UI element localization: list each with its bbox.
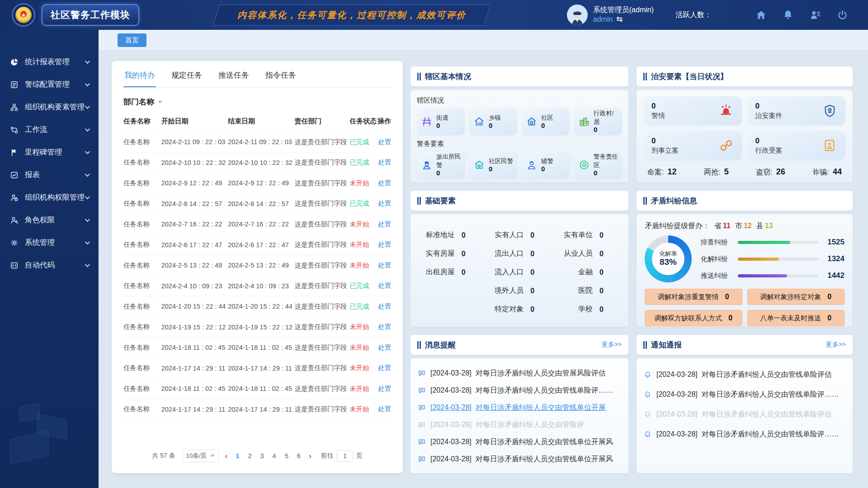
sidebar-item-org-permissions[interactable]: 组织机构权限管理 [0,186,99,209]
switch-user-icon[interactable]: ⇆ [616,14,623,24]
end-date-cell: 2024-2-8 14 : 22 : 57 [228,200,295,207]
dispute-stat-box: 八单一表未及时推送0 [747,310,845,326]
page-number[interactable]: 2 [245,452,254,460]
dispose-link[interactable]: 处置 [378,282,391,289]
users-icon[interactable] [809,9,821,21]
sidebar-item-statistics-report[interactable]: 统计报表管理 [0,51,99,73]
comment-icon [418,386,426,394]
basic-stat-row: 特定对象0 [493,300,546,319]
security-stat: 两抢:5 [704,167,728,177]
prev-page-button[interactable]: ‹ [223,452,229,460]
username[interactable]: admin [593,15,613,24]
end-date-cell: 2024-1-17 14 : 29 : 11 [228,406,295,413]
start-date-cell: 2024-2-9 12 : 22 : 49 [161,179,228,187]
home-icon[interactable] [755,9,767,21]
dispose-link[interactable]: 处置 [378,303,391,310]
page-size-select[interactable]: 10条/页 [182,450,219,462]
bell-icon[interactable] [782,9,794,21]
message-item[interactable]: [2024-03-28] 对每日涉矛盾纠纷人员交由管线单位开展风 [418,433,621,450]
page-number[interactable]: 5 [283,452,291,460]
status-cell: 已完成 [349,158,375,167]
sidebar-item-police-config[interactable]: 警综配置管理 [0,73,99,96]
page-number[interactable]: 6 [295,452,303,460]
dispose-link[interactable]: 处置 [378,221,391,228]
comment-icon [418,421,426,429]
todo-tabs: 我的待办 规定任务 推送任务 指令任务 [123,61,391,88]
basic-stat-row: 境外人员0 [493,282,546,300]
notice-item[interactable]: [2024-03-28] 对每日涉矛盾纠纷人员交由管线单险评…… [644,424,845,444]
message-item[interactable]: [2024-03-28] 对每日涉矛盾纠纷人员交由管线单位开展 [418,399,621,416]
dispose-link[interactable]: 处置 [378,159,391,166]
stat-card-village: 行政村/居0 [574,108,622,135]
page-number[interactable]: 3 [258,452,266,460]
dispose-link[interactable]: 处置 [378,179,391,187]
dispose-link[interactable]: 处置 [378,385,391,392]
start-date-cell: 2024-1-18 11 : 02 : 45 [161,385,228,392]
sidebar-item-report[interactable]: 报表 [0,164,99,186]
end-date-cell: 2024-2-4 10 : 09 : 23 [228,282,295,290]
dispose-link[interactable]: 处置 [378,344,391,351]
table-row: 任务名称 2024-2-8 14 : 22 : 57 2024-2-8 14 :… [123,194,391,215]
power-icon[interactable] [836,9,848,21]
escalation-item: 市12 [735,221,752,231]
task-name-cell: 任务名称 [123,240,161,249]
sidebar-item-auto-code[interactable]: 自动代码 [0,254,99,277]
end-date-cell: 2024-1-20 15 : 22 : 44 [228,303,295,310]
message-item[interactable]: [2024-03-28] 对每日涉矛盾纠纷人员交由管险评 [418,416,621,433]
col-department: 责任部门 [295,117,350,126]
message-item[interactable]: [2024-03-28] 对每日涉矛盾纠纷人员交由管展风险评估 [418,365,621,382]
sidebar-item-role-permissions[interactable]: 角色权限 [0,209,99,231]
department-cell: 这是责任部门字段 [295,138,350,146]
table-body: 任务名称 2024-2-11 09 : 22 : 03 2024-2-11 09… [123,132,391,420]
stat-card-admin-cases: 0行政受案 [748,131,846,160]
tab-regular-tasks[interactable]: 规定任务 [170,61,203,87]
dispose-link[interactable]: 处置 [378,241,391,248]
page-number[interactable]: 4 [270,452,278,460]
page-number[interactable]: 1 [233,452,241,460]
dispose-link[interactable]: 处置 [378,138,391,145]
dispose-link[interactable]: 处置 [378,364,391,371]
notices-more-link[interactable]: 更多>> [826,341,846,349]
stat-card-station-police: 派出所民警0 [417,151,465,178]
department-filter[interactable]: 部门名称 [123,97,391,107]
department-cell: 这是责任部门字段 [295,220,350,229]
notice-item[interactable]: [2024-03-28] 对每日涉矛盾纠纷人员交由管线单险评估 [644,365,845,385]
sidebar-item-workflow[interactable]: 工作流 [0,118,99,141]
table-row: 任务名称 2024-2-4 10 : 09 : 23 2024-2-4 10 :… [123,276,391,297]
basic-stat-row: 流出人口0 [493,244,546,263]
department-cell: 这是责任部门字段 [295,364,350,372]
notice-item[interactable]: [2024-03-28] 对每日涉矛盾纠纷人员交由管线单险评…… [644,385,845,404]
goto-page-input[interactable] [337,450,353,462]
message-item[interactable]: [2024-03-28] 对每日涉矛盾纠纷人员交由管线单位开展风 [418,450,621,468]
messages-more-link[interactable]: 更多>> [602,341,622,349]
table-row: 任务名称 2024-2-6 17 : 22 : 47 2024-2-6 17 :… [123,235,391,256]
escalation-label: 矛盾纠纷提级督办： [645,221,710,231]
start-date-cell: 2024-2-8 14 : 22 : 57 [161,200,228,207]
notice-item[interactable]: [2024-03-28] 对每日涉矛盾纠纷人员交由管线单险评估 [644,404,845,424]
dispose-link[interactable]: 处置 [378,405,391,413]
user-avatar[interactable] [567,5,588,25]
district-group-label: 警务要素 [417,140,622,148]
tab-pushed-tasks[interactable]: 推送任务 [217,61,250,87]
basic-stat-row: 标准地址0 [424,226,477,244]
next-page-button[interactable]: › [307,452,313,460]
dispose-link[interactable]: 处置 [378,262,391,269]
title-marker [417,341,419,349]
tab-home[interactable]: 首页 [118,33,146,47]
dispute-bar: 排查纠纷 1525 [701,238,844,247]
dispose-link[interactable]: 处置 [378,323,391,330]
tab-command-tasks[interactable]: 指令任务 [264,61,297,87]
bell-outline-icon [644,391,652,399]
sidebar-item-org-elements[interactable]: 组织机构要素管理 [0,96,99,118]
stat-card-auxiliary-police: 辅警0 [522,151,570,178]
sidebar-item-system[interactable]: 系统管理 [0,231,99,254]
tab-my-todo[interactable]: 我的待办 [123,61,156,87]
sidebar-item-milestone[interactable]: 里程碑管理 [0,141,99,164]
status-cell: 已完成 [349,302,375,311]
message-item[interactable]: [2024-03-28] 对每日涉矛盾纠纷人员交由管线单险评…… [418,382,621,399]
status-cell: 未开始 [349,240,375,249]
dispose-link[interactable]: 处置 [378,200,391,207]
task-name-cell: 任务名称 [123,261,161,270]
basic-stat-row: 流入人口0 [493,263,546,282]
task-name-cell: 任务名称 [123,323,161,331]
